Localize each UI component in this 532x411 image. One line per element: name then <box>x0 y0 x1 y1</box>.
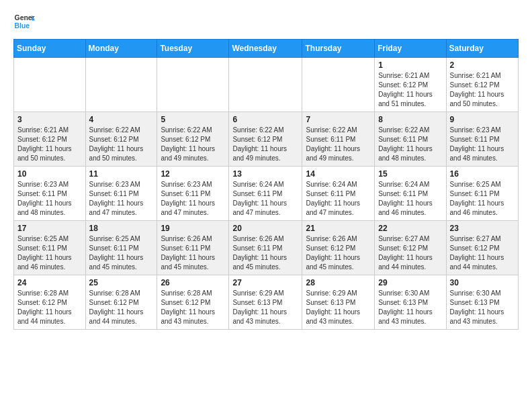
weekday-header-saturday: Saturday <box>446 40 518 58</box>
calendar-cell: 5Sunrise: 6:22 AM Sunset: 6:12 PM Daylig… <box>157 112 229 167</box>
day-info: Sunrise: 6:26 AM Sunset: 6:11 PM Dayligh… <box>161 234 225 272</box>
calendar-cell: 27Sunrise: 6:29 AM Sunset: 6:13 PM Dayli… <box>229 275 302 330</box>
day-number: 26 <box>161 278 225 287</box>
day-info: Sunrise: 6:25 AM Sunset: 6:11 PM Dayligh… <box>89 234 154 272</box>
calendar-cell: 29Sunrise: 6:30 AM Sunset: 6:13 PM Dayli… <box>375 275 446 330</box>
day-info: Sunrise: 6:27 AM Sunset: 6:12 PM Dayligh… <box>450 234 515 272</box>
day-info: Sunrise: 6:23 AM Sunset: 6:11 PM Dayligh… <box>17 180 82 218</box>
calendar-cell: 7Sunrise: 6:22 AM Sunset: 6:11 PM Daylig… <box>302 112 375 167</box>
day-number: 23 <box>450 224 515 233</box>
calendar-week-row: 1Sunrise: 6:21 AM Sunset: 6:12 PM Daylig… <box>14 58 519 112</box>
calendar-week-row: 17Sunrise: 6:25 AM Sunset: 6:11 PM Dayli… <box>14 221 519 275</box>
logo-icon: General Blue <box>13 11 35 32</box>
day-number: 28 <box>306 278 371 287</box>
weekday-header-sunday: Sunday <box>14 40 86 58</box>
day-info: Sunrise: 6:27 AM Sunset: 6:12 PM Dayligh… <box>378 234 442 272</box>
day-number: 5 <box>161 115 225 124</box>
calendar-cell: 3Sunrise: 6:21 AM Sunset: 6:12 PM Daylig… <box>14 112 86 167</box>
weekday-header-tuesday: Tuesday <box>157 40 229 58</box>
calendar-cell: 2Sunrise: 6:21 AM Sunset: 6:12 PM Daylig… <box>446 58 518 112</box>
svg-text:Blue: Blue <box>15 22 30 30</box>
day-info: Sunrise: 6:30 AM Sunset: 6:13 PM Dayligh… <box>378 289 442 326</box>
day-info: Sunrise: 6:22 AM Sunset: 6:12 PM Dayligh… <box>161 126 225 163</box>
calendar-cell: 22Sunrise: 6:27 AM Sunset: 6:12 PM Dayli… <box>375 221 446 275</box>
calendar-cell <box>85 58 157 112</box>
day-number: 19 <box>161 224 225 233</box>
header: General Blue <box>13 11 519 32</box>
day-number: 9 <box>450 115 515 124</box>
calendar-cell: 8Sunrise: 6:22 AM Sunset: 6:11 PM Daylig… <box>375 112 446 167</box>
day-number: 21 <box>306 224 371 233</box>
calendar-cell: 19Sunrise: 6:26 AM Sunset: 6:11 PM Dayli… <box>157 221 229 275</box>
calendar-cell: 26Sunrise: 6:28 AM Sunset: 6:12 PM Dayli… <box>157 275 229 330</box>
day-number: 2 <box>450 60 515 70</box>
day-info: Sunrise: 6:22 AM Sunset: 6:11 PM Dayligh… <box>378 126 442 163</box>
day-number: 7 <box>306 115 371 124</box>
calendar-cell: 16Sunrise: 6:25 AM Sunset: 6:11 PM Dayli… <box>446 167 518 221</box>
day-number: 22 <box>378 224 442 233</box>
calendar-week-row: 24Sunrise: 6:28 AM Sunset: 6:12 PM Dayli… <box>14 275 519 330</box>
weekday-header-thursday: Thursday <box>302 40 375 58</box>
calendar-cell: 20Sunrise: 6:26 AM Sunset: 6:11 PM Dayli… <box>229 221 302 275</box>
calendar-cell: 13Sunrise: 6:24 AM Sunset: 6:11 PM Dayli… <box>229 167 302 221</box>
day-info: Sunrise: 6:21 AM Sunset: 6:12 PM Dayligh… <box>378 71 442 109</box>
calendar-cell: 6Sunrise: 6:22 AM Sunset: 6:12 PM Daylig… <box>229 112 302 167</box>
day-number: 4 <box>89 115 154 124</box>
day-number: 10 <box>17 169 82 179</box>
weekday-header-row: SundayMondayTuesdayWednesdayThursdayFrid… <box>14 40 519 58</box>
calendar-cell <box>229 58 302 112</box>
day-number: 25 <box>89 278 154 287</box>
day-info: Sunrise: 6:25 AM Sunset: 6:11 PM Dayligh… <box>17 234 82 272</box>
calendar-cell: 15Sunrise: 6:24 AM Sunset: 6:11 PM Dayli… <box>375 167 446 221</box>
day-info: Sunrise: 6:23 AM Sunset: 6:11 PM Dayligh… <box>450 126 515 163</box>
day-number: 29 <box>378 278 442 287</box>
day-info: Sunrise: 6:29 AM Sunset: 6:13 PM Dayligh… <box>306 289 371 326</box>
day-number: 14 <box>306 169 371 179</box>
day-info: Sunrise: 6:24 AM Sunset: 6:11 PM Dayligh… <box>378 180 442 218</box>
weekday-header-wednesday: Wednesday <box>229 40 302 58</box>
day-number: 8 <box>378 115 442 124</box>
day-number: 13 <box>232 169 298 179</box>
day-info: Sunrise: 6:26 AM Sunset: 6:11 PM Dayligh… <box>232 234 298 272</box>
day-number: 11 <box>89 169 154 179</box>
calendar-cell <box>157 58 229 112</box>
day-info: Sunrise: 6:30 AM Sunset: 6:13 PM Dayligh… <box>450 289 515 326</box>
calendar-cell: 23Sunrise: 6:27 AM Sunset: 6:12 PM Dayli… <box>446 221 518 275</box>
calendar-cell: 17Sunrise: 6:25 AM Sunset: 6:11 PM Dayli… <box>14 221 86 275</box>
calendar-cell: 24Sunrise: 6:28 AM Sunset: 6:12 PM Dayli… <box>14 275 86 330</box>
calendar-week-row: 10Sunrise: 6:23 AM Sunset: 6:11 PM Dayli… <box>14 167 519 221</box>
calendar-cell: 1Sunrise: 6:21 AM Sunset: 6:12 PM Daylig… <box>375 58 446 112</box>
day-info: Sunrise: 6:26 AM Sunset: 6:12 PM Dayligh… <box>306 234 371 272</box>
calendar: SundayMondayTuesdayWednesdayThursdayFrid… <box>13 39 519 330</box>
day-info: Sunrise: 6:28 AM Sunset: 6:12 PM Dayligh… <box>89 289 154 326</box>
day-number: 30 <box>450 278 515 287</box>
calendar-cell: 9Sunrise: 6:23 AM Sunset: 6:11 PM Daylig… <box>446 112 518 167</box>
calendar-cell: 25Sunrise: 6:28 AM Sunset: 6:12 PM Dayli… <box>85 275 157 330</box>
calendar-cell: 4Sunrise: 6:22 AM Sunset: 6:12 PM Daylig… <box>85 112 157 167</box>
calendar-cell: 21Sunrise: 6:26 AM Sunset: 6:12 PM Dayli… <box>302 221 375 275</box>
calendar-cell: 12Sunrise: 6:23 AM Sunset: 6:11 PM Dayli… <box>157 167 229 221</box>
day-info: Sunrise: 6:25 AM Sunset: 6:11 PM Dayligh… <box>450 180 515 218</box>
day-number: 16 <box>450 169 515 179</box>
calendar-cell: 30Sunrise: 6:30 AM Sunset: 6:13 PM Dayli… <box>446 275 518 330</box>
weekday-header-monday: Monday <box>85 40 157 58</box>
day-number: 6 <box>232 115 298 124</box>
weekday-header-friday: Friday <box>375 40 446 58</box>
day-info: Sunrise: 6:22 AM Sunset: 6:12 PM Dayligh… <box>232 126 298 163</box>
day-number: 17 <box>17 224 82 233</box>
day-info: Sunrise: 6:24 AM Sunset: 6:11 PM Dayligh… <box>232 180 298 218</box>
day-number: 3 <box>17 115 82 124</box>
calendar-cell: 11Sunrise: 6:23 AM Sunset: 6:11 PM Dayli… <box>85 167 157 221</box>
calendar-cell <box>302 58 375 112</box>
calendar-week-row: 3Sunrise: 6:21 AM Sunset: 6:12 PM Daylig… <box>14 112 519 167</box>
calendar-cell: 18Sunrise: 6:25 AM Sunset: 6:11 PM Dayli… <box>85 221 157 275</box>
day-info: Sunrise: 6:21 AM Sunset: 6:12 PM Dayligh… <box>17 126 82 163</box>
day-info: Sunrise: 6:22 AM Sunset: 6:11 PM Dayligh… <box>306 126 371 163</box>
day-info: Sunrise: 6:22 AM Sunset: 6:12 PM Dayligh… <box>89 126 154 163</box>
day-info: Sunrise: 6:21 AM Sunset: 6:12 PM Dayligh… <box>450 71 515 109</box>
day-info: Sunrise: 6:28 AM Sunset: 6:12 PM Dayligh… <box>17 289 82 326</box>
day-number: 20 <box>232 224 298 233</box>
day-number: 12 <box>161 169 225 179</box>
day-number: 15 <box>378 169 442 179</box>
logo: General Blue <box>13 11 35 32</box>
